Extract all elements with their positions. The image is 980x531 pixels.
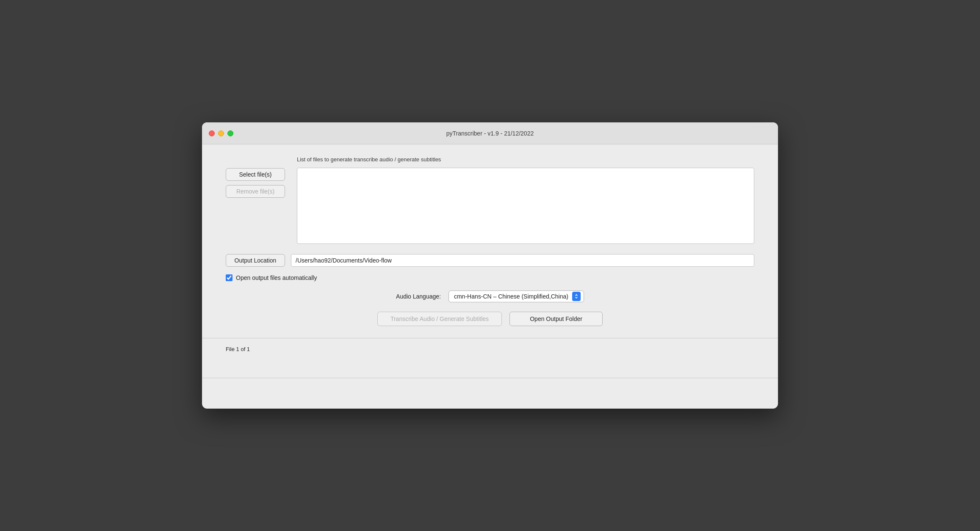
select-files-button[interactable]: Select file(s)	[226, 168, 285, 181]
open-output-folder-button[interactable]: Open Output Folder	[509, 312, 603, 326]
window-title: pyTranscriber - v1.9 - 21/12/2022	[446, 130, 534, 137]
file-list-box[interactable]	[297, 168, 754, 244]
window-content: Select file(s) Remove file(s) List of fi…	[202, 144, 778, 409]
auto-open-checkbox[interactable]	[226, 274, 233, 281]
action-buttons-row: Transcribe Audio / Generate Subtitles Op…	[226, 312, 754, 326]
titlebar: pyTranscriber - v1.9 - 21/12/2022	[202, 122, 778, 144]
language-label: Audio Language:	[396, 293, 441, 300]
output-path-input[interactable]	[291, 254, 754, 267]
language-select[interactable]: cmn-Hans-CN – Chinese (Simplified,China)…	[448, 290, 584, 302]
minimize-button[interactable]	[218, 130, 224, 136]
auto-open-label: Open output files automatically	[236, 274, 317, 281]
file-list-section: List of files to generate transcribe aud…	[297, 156, 754, 244]
transcribe-audio-button[interactable]: Transcribe Audio / Generate Subtitles	[377, 312, 502, 326]
checkbox-row: Open output files automatically	[226, 274, 754, 281]
application-window: pyTranscriber - v1.9 - 21/12/2022 Select…	[202, 122, 778, 409]
output-location-button[interactable]: Output Location	[226, 254, 285, 267]
language-select-wrapper: cmn-Hans-CN – Chinese (Simplified,China)…	[448, 290, 584, 302]
maximize-button[interactable]	[227, 130, 233, 136]
language-row: Audio Language: cmn-Hans-CN – Chinese (S…	[226, 290, 754, 302]
status-text: File 1 of 1	[226, 346, 250, 352]
output-row: Output Location	[226, 254, 754, 267]
left-buttons: Select file(s) Remove file(s)	[226, 156, 285, 198]
desktop: pyTranscriber - v1.9 - 21/12/2022 Select…	[0, 0, 980, 531]
top-section: Select file(s) Remove file(s) List of fi…	[226, 156, 754, 244]
bottom-spacer	[226, 378, 754, 392]
file-list-label: List of files to generate transcribe aud…	[297, 156, 754, 163]
remove-files-button[interactable]: Remove file(s)	[226, 185, 285, 198]
close-button[interactable]	[209, 130, 215, 136]
traffic-lights	[209, 130, 233, 136]
status-bar: File 1 of 1	[226, 338, 754, 352]
